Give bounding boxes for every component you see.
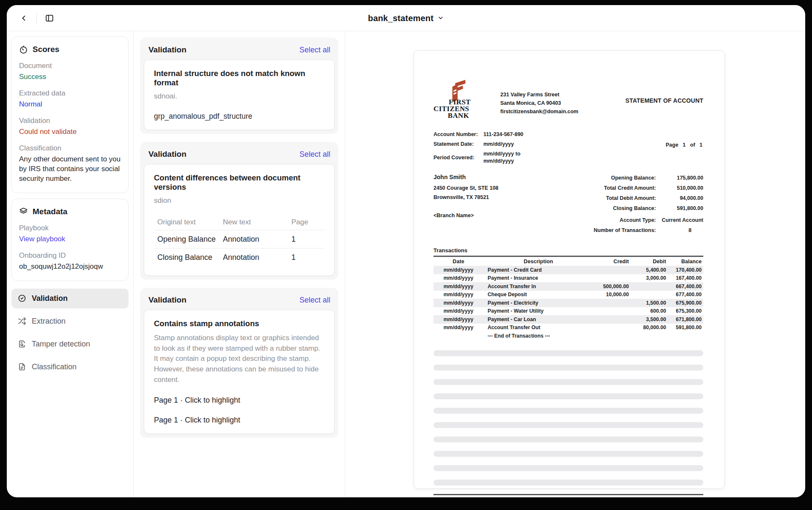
balance-cell: 667,400.00: [667, 284, 703, 289]
placeholder-row: [433, 350, 703, 356]
debit-cell: 1,500.00: [631, 300, 667, 306]
account-info-row: Statement Date: mm/dd/yyyy: [433, 141, 703, 147]
summary-label: Closing Balance:: [613, 205, 656, 212]
select-all-link[interactable]: Select all: [299, 296, 330, 305]
file-search-icon: [18, 340, 26, 348]
original-text-cell: Opening Balance: [154, 235, 223, 244]
validation-finding-card: Content differences between document ver…: [144, 164, 335, 276]
date-cell: mm/dd/yyyy: [433, 300, 483, 306]
sidebar-item-validation[interactable]: Validation: [11, 289, 129, 308]
group-title: Validation: [148, 45, 187, 55]
view-playbook-link[interactable]: View playbook: [19, 235, 121, 244]
scores-title: Scores: [33, 45, 59, 54]
sidebar-item-extraction[interactable]: Extraction: [11, 311, 129, 331]
sidebar-toggle-button[interactable]: [42, 11, 57, 26]
finding-description: Stamp annotations display text or graphi…: [154, 333, 324, 385]
sidebar-item-classification[interactable]: Classification: [11, 357, 129, 377]
summary-label: Account Type:: [620, 217, 656, 224]
top-bar: bank_statement: [7, 5, 805, 31]
check-circle-icon: [18, 294, 26, 303]
topbar-divider: [36, 13, 37, 24]
period-covered-label: Period Covered:: [433, 154, 483, 161]
highlight-link[interactable]: Page 1 · Click to highlight: [154, 416, 324, 425]
table-row: mm/dd/yyyy Payment - Credit Card 5,400.0…: [433, 266, 703, 274]
description-cell: Payment - Water Utility: [483, 308, 589, 314]
summary-value: 591,800.00: [656, 205, 703, 212]
description-cell: Account Transfer In: [483, 284, 589, 289]
statement-date-label: Statement Date:: [433, 141, 483, 147]
group-title: Validation: [148, 295, 187, 305]
gauge-icon: [19, 45, 28, 54]
bank-logo: FIRST CITIZENS BANK: [433, 79, 489, 119]
score-item-classification: Classification Any other document sent t…: [19, 144, 121, 184]
balance-cell: 677,400.00: [667, 292, 703, 297]
placeholder-row: [433, 379, 703, 385]
sidebar-nav: Validation Extraction Tamper detection: [11, 289, 129, 377]
validation-group-header: Validation Select all: [144, 146, 335, 164]
left-sidebar: Scores Document Success Extracted data N…: [7, 31, 134, 497]
account-info: Account Number: 111-234-567-890 Statemen…: [433, 131, 703, 164]
placeholder-row: [433, 465, 703, 471]
back-button[interactable]: [16, 11, 31, 26]
account-info-row: Account Number: 111-234-567-890: [433, 131, 703, 138]
placeholder-row: [433, 408, 703, 414]
column-header: Date: [433, 259, 483, 265]
customer-address-line: Brownsville, TX 78521: [433, 193, 499, 202]
scores-header: Scores: [19, 45, 121, 54]
chevron-down-icon: [437, 15, 444, 22]
sidebar-item-tamper-detection[interactable]: Tamper detection: [11, 334, 129, 354]
new-text-cell: Annotation: [223, 253, 291, 262]
description-cell: Account Transfer Out: [483, 325, 589, 330]
date-cell: mm/dd/yyyy: [433, 267, 483, 273]
statement-date-value: mm/dd/yyyy: [483, 141, 514, 147]
validation-panel: Validation Select all Internal structure…: [134, 31, 345, 497]
bank-address-line: firstcitizensbank@domain.com: [500, 107, 578, 116]
page-indicator: Page 1 of 1: [666, 142, 702, 148]
date-cell: mm/dd/yyyy: [433, 292, 483, 297]
select-all-link[interactable]: Select all: [299, 150, 330, 159]
placeholder-row: [433, 393, 703, 399]
date-cell: mm/dd/yyyy: [433, 325, 483, 330]
document-title-dropdown[interactable]: bank_statement: [368, 13, 444, 23]
chevron-left-icon: [19, 14, 28, 22]
date-cell: mm/dd/yyyy: [433, 316, 483, 322]
period-to: mm/dd/yyyy: [483, 158, 521, 164]
page-cell: 1: [291, 253, 324, 262]
summary-label: Total Credit Amount:: [604, 185, 656, 192]
table-row: mm/dd/yyyy Cheque Deposit 10,000.00 677,…: [433, 291, 703, 299]
balance-cell: 675,900.00: [667, 300, 703, 306]
column-header: Original text: [154, 218, 223, 226]
summary-label: Number of Transactions:: [594, 227, 656, 234]
transactions-section: Transactions Date Description Credit Deb…: [433, 247, 703, 340]
statement-title: STATEMENT OF ACCOUNT: [625, 97, 703, 119]
customer-and-summary: John Smith 2450 Courage St, STE 108 Brow…: [433, 174, 703, 237]
footer-divider: [433, 494, 703, 495]
table-row: mm/dd/yyyy Account Transfer In 500,000.0…: [433, 282, 703, 291]
shuffle-icon: [18, 317, 26, 325]
score-label: Document: [19, 62, 121, 70]
select-all-link[interactable]: Select all: [299, 46, 330, 55]
column-header: Description: [483, 259, 589, 265]
period-covered-value: mm/dd/yyyy to mm/dd/yyyy: [483, 150, 521, 164]
balance-cell: 591,800.00: [667, 325, 703, 330]
credit-cell: 10,000.00: [589, 292, 631, 297]
onboarding-id-label: Onboarding ID: [19, 251, 121, 260]
highlight-link[interactable]: Page 1 · Click to highlight: [154, 396, 324, 405]
table-row[interactable]: Opening Balance Annotation 1: [154, 230, 324, 248]
score-label: Extracted data: [19, 89, 121, 98]
date-cell: mm/dd/yyyy: [433, 275, 483, 281]
metadata-title: Metadata: [33, 207, 67, 216]
column-header: Credit: [589, 259, 631, 265]
table-row[interactable]: Closing Balance Annotation 1: [154, 248, 324, 267]
logo-line-3: BANK: [433, 112, 489, 119]
score-item-extracted-data: Extracted data Normal: [19, 89, 121, 109]
customer-block: John Smith 2450 Courage St, STE 108 Brow…: [433, 174, 499, 237]
debit-cell: 80,000.00: [631, 325, 667, 330]
debit-cell: 5,400.00: [631, 267, 667, 273]
sidebar-item-label: Classification: [32, 363, 77, 371]
finding-subtitle: sdion: [154, 196, 324, 205]
document-preview-area: FIRST CITIZENS BANK 231 Valley Farms Str…: [345, 31, 805, 497]
column-header: New text: [223, 218, 291, 226]
scores-card: Scores Document Success Extracted data N…: [11, 36, 129, 193]
balance-cell: 167,400.00: [667, 275, 703, 281]
